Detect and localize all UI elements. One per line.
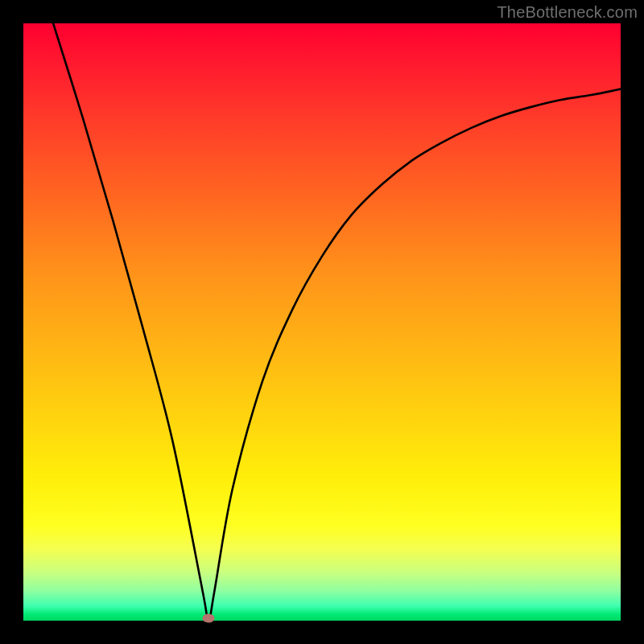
minimum-marker	[203, 614, 215, 623]
chart-frame: TheBottleneck.com	[0, 0, 644, 644]
plot-area	[23, 23, 621, 621]
bottleneck-curve	[23, 23, 621, 621]
watermark-text: TheBottleneck.com	[497, 3, 638, 22]
